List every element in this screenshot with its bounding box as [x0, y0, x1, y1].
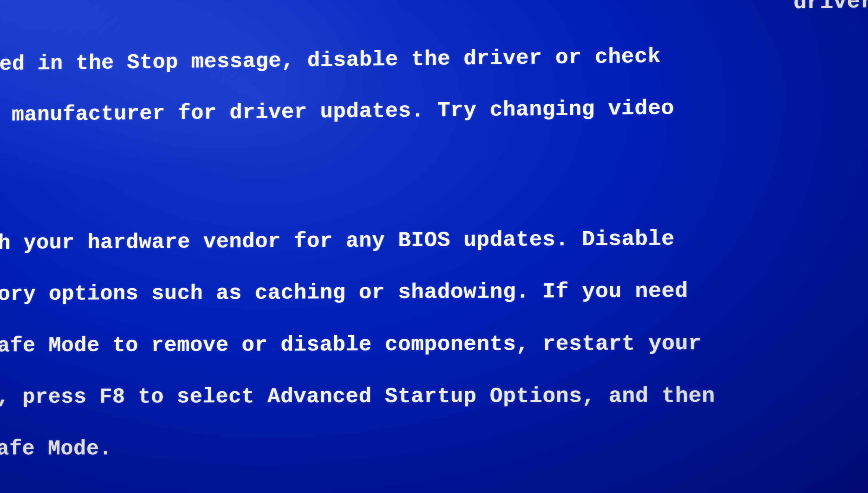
bsod-line: ect Safe Mode. [0, 435, 868, 462]
bsod-line: puter, press F8 to select Advanced Start… [0, 382, 868, 410]
bsod-line: S memory options such as caching or shad… [0, 277, 868, 307]
bsod-text-block: driver is ntified in the Stop message, d… [0, 0, 868, 493]
bsod-line [0, 487, 868, 488]
bsod-line: h the manufacturer for driver updates. T… [0, 92, 868, 129]
bsod-line: driver is [0, 0, 868, 27]
bsod-line: ters. [0, 145, 868, 180]
bsod-line: ntified in the Stop message, disable the… [0, 40, 868, 78]
bsod-line: k with your hardware vendor for any BIOS… [0, 224, 868, 256]
bsod-line: use Safe Mode to remove or disable compo… [0, 329, 868, 359]
bsod-line [0, 198, 868, 205]
bsod-screen: driver is ntified in the Stop message, d… [0, 0, 868, 493]
